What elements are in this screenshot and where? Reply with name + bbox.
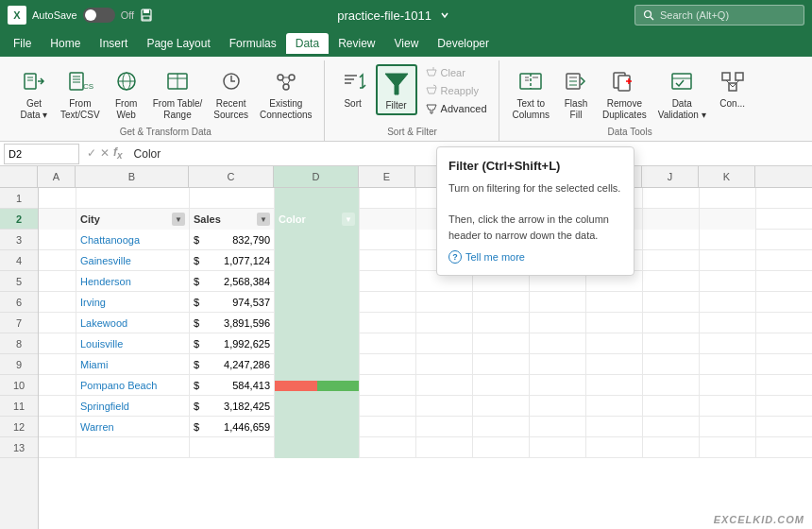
cell-k11[interactable] <box>700 396 756 417</box>
menu-developer[interactable]: Developer <box>428 33 499 54</box>
cell-a5[interactable] <box>39 271 76 292</box>
cell-c10[interactable]: $584,413 <box>190 375 275 396</box>
cell-d8[interactable] <box>275 333 360 354</box>
cell-c4[interactable]: $1,077,124 <box>190 250 275 271</box>
cell-b1[interactable] <box>76 188 190 209</box>
cell-k8[interactable] <box>700 333 756 354</box>
menu-review[interactable]: Review <box>329 33 384 54</box>
cell-j4[interactable] <box>643 250 700 271</box>
cell-j12[interactable] <box>643 417 700 437</box>
cell-c7[interactable]: $3,891,596 <box>190 313 275 333</box>
cell-h10[interactable] <box>530 375 586 396</box>
cell-i7[interactable] <box>586 313 643 333</box>
cell-b4[interactable]: Gainesville <box>76 250 190 271</box>
cell-b3[interactable]: Chattanooga <box>76 230 190 250</box>
cell-g6[interactable] <box>473 292 530 313</box>
cell-b8[interactable]: Louisville <box>76 333 190 354</box>
from-text-button[interactable]: CSV FromText/CSV <box>57 64 104 123</box>
cell-k12[interactable] <box>700 417 756 437</box>
cell-k10[interactable] <box>700 375 756 396</box>
cell-a1[interactable] <box>39 188 76 209</box>
cell-e7[interactable] <box>360 313 416 333</box>
cell-h9[interactable] <box>530 354 586 375</box>
cell-i8[interactable] <box>586 333 643 354</box>
cell-a4[interactable] <box>39 250 76 271</box>
cell-a13[interactable] <box>39 437 76 458</box>
cell-f8[interactable] <box>416 333 473 354</box>
cell-g10[interactable] <box>473 375 530 396</box>
cell-j6[interactable] <box>643 292 700 313</box>
menu-home[interactable]: Home <box>41 33 90 54</box>
cell-b13[interactable] <box>76 437 190 458</box>
cell-k4[interactable] <box>700 250 756 271</box>
remove-duplicates-button[interactable]: RemoveDuplicates <box>599 64 651 123</box>
cell-d4[interactable] <box>275 250 360 271</box>
cell-b5[interactable]: Henderson <box>76 271 190 292</box>
cell-a8[interactable] <box>39 333 76 354</box>
cell-j7[interactable] <box>643 313 700 333</box>
cell-k13[interactable] <box>700 437 756 458</box>
name-box[interactable]: D2 <box>4 144 79 164</box>
data-validation-button[interactable]: DataValidation ▾ <box>654 64 710 123</box>
cell-d13[interactable] <box>275 437 360 458</box>
cell-g7[interactable] <box>473 313 530 333</box>
from-table-button[interactable]: From Table/Range <box>149 64 207 123</box>
cell-c3[interactable]: $832,790 <box>190 230 275 250</box>
cell-f7[interactable] <box>416 313 473 333</box>
cell-a10[interactable] <box>39 375 76 396</box>
cell-e1[interactable] <box>360 188 416 209</box>
menu-view[interactable]: View <box>385 33 429 54</box>
clear-button[interactable]: Clear <box>421 64 491 81</box>
city-filter-arrow[interactable]: ▼ <box>172 213 185 226</box>
cell-d1[interactable] <box>275 188 360 209</box>
cell-j2[interactable] <box>643 209 700 230</box>
cell-h13[interactable] <box>530 437 586 458</box>
cell-b12[interactable]: Warren <box>76 417 190 437</box>
cell-d6[interactable] <box>275 292 360 313</box>
cell-i12[interactable] <box>586 417 643 437</box>
cell-h11[interactable] <box>530 396 586 417</box>
tooltip-tell-me-more[interactable]: ? Tell me more <box>448 250 622 264</box>
cell-d11[interactable] <box>275 396 360 417</box>
menu-formulas[interactable]: Formulas <box>220 33 286 54</box>
cell-f11[interactable] <box>416 396 473 417</box>
search-bar[interactable]: Search (Alt+Q) <box>634 5 804 26</box>
cell-d7[interactable] <box>275 313 360 333</box>
cell-c9[interactable]: $4,247,286 <box>190 354 275 375</box>
cell-j13[interactable] <box>643 437 700 458</box>
cell-b2[interactable]: City ▼ <box>76 209 190 230</box>
cell-j1[interactable] <box>643 188 700 209</box>
cell-b9[interactable]: Miami <box>76 354 190 375</box>
cell-e6[interactable] <box>360 292 416 313</box>
cell-g12[interactable] <box>473 417 530 437</box>
cell-h12[interactable] <box>530 417 586 437</box>
cell-c12[interactable]: $1,446,659 <box>190 417 275 437</box>
cell-e4[interactable] <box>360 250 416 271</box>
cell-i10[interactable] <box>586 375 643 396</box>
cell-f6[interactable] <box>416 292 473 313</box>
from-web-button[interactable]: FromWeb <box>108 64 145 123</box>
get-data-button[interactable]: GetData ▾ <box>15 64 53 123</box>
cell-d3[interactable] <box>275 230 360 250</box>
cell-k6[interactable] <box>700 292 756 313</box>
cell-j11[interactable] <box>643 396 700 417</box>
cell-c6[interactable]: $974,537 <box>190 292 275 313</box>
cell-j9[interactable] <box>643 354 700 375</box>
recent-sources-button[interactable]: RecentSources <box>210 64 252 123</box>
cell-h6[interactable] <box>530 292 586 313</box>
cell-i11[interactable] <box>586 396 643 417</box>
save-icon[interactable] <box>140 9 153 22</box>
cell-i9[interactable] <box>586 354 643 375</box>
cell-b7[interactable]: Lakewood <box>76 313 190 333</box>
filter-button[interactable]: Filter <box>376 64 417 115</box>
cell-k9[interactable] <box>700 354 756 375</box>
cell-a3[interactable] <box>39 230 76 250</box>
cell-e2[interactable] <box>360 209 416 230</box>
cell-d2[interactable]: Color ▼ <box>275 209 360 230</box>
consolidate-button[interactable]: Con... <box>714 64 752 111</box>
cell-j3[interactable] <box>643 230 700 250</box>
cell-c5[interactable]: $2,568,384 <box>190 271 275 292</box>
cell-a9[interactable] <box>39 354 76 375</box>
cell-j5[interactable] <box>643 271 700 292</box>
cell-a6[interactable] <box>39 292 76 313</box>
